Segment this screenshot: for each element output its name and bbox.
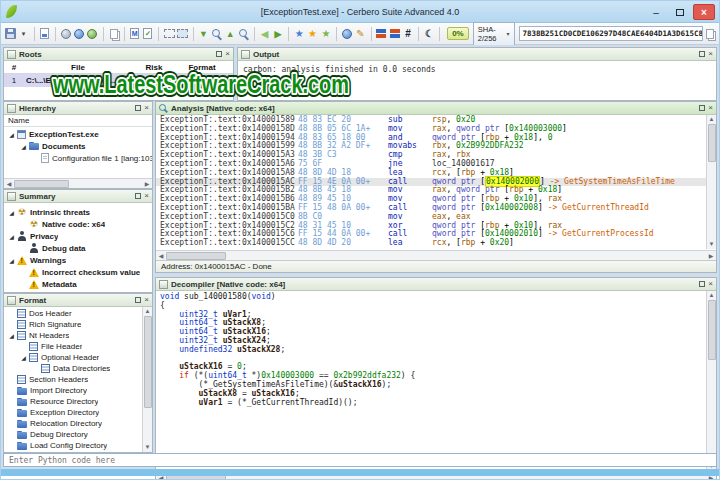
copy-hash-button[interactable] — [704, 25, 716, 42]
save-menu-arrow-icon[interactable]: ▾ — [17, 25, 29, 42]
roots-column-header[interactable]: File — [24, 63, 132, 72]
format-vscrollbar[interactable]: ▲ ▼ — [142, 307, 152, 452]
nav-up-icon[interactable]: ▲ — [224, 25, 236, 42]
search-prev-icon[interactable] — [237, 25, 249, 42]
roots-column-header[interactable]: # — [4, 63, 24, 72]
disassembly-row[interactable]: ExceptionT:.text:0x1400015CC48 8D 4D 20l… — [156, 239, 706, 248]
python-code-input[interactable] — [4, 454, 716, 466]
format-item[interactable]: Relocation Directory — [4, 418, 142, 429]
history-back-icon[interactable]: ◀ — [259, 25, 271, 42]
edit-pencil-icon[interactable]: ✎ — [354, 25, 366, 42]
format-item[interactable]: Import Directory — [4, 385, 142, 396]
scroll-thumb[interactable] — [166, 252, 226, 260]
format-item[interactable]: Data Directories — [4, 363, 142, 374]
roots-table-header[interactable]: #FileRiskFormat — [4, 61, 233, 74]
scroll-up-icon[interactable]: ▲ — [145, 307, 151, 316]
rescan-icon[interactable] — [86, 25, 98, 42]
history-forward-icon[interactable]: ▶ — [272, 25, 284, 42]
format-item[interactable]: Debug Directory — [4, 429, 142, 440]
format-item[interactable]: ◢Nt Headers — [4, 330, 142, 341]
hierarchy-item[interactable]: ◢ExceptionTest.exe — [4, 128, 152, 140]
maximize-button[interactable] — [669, 4, 691, 20]
scroll-thumb[interactable] — [708, 124, 716, 162]
roots-column-header[interactable]: Risk — [132, 63, 176, 72]
analysis-hscrollbar[interactable]: ◀ ▶ — [156, 250, 716, 260]
decompiler-code-line[interactable]: undefined32 uStackX28; — [160, 346, 706, 355]
scan-icon[interactable] — [60, 25, 72, 42]
select-block-icon[interactable] — [176, 25, 188, 42]
analysis-float-button[interactable] — [699, 105, 705, 111]
scroll-down-icon[interactable]: ▼ — [709, 240, 715, 249]
format-close-button[interactable]: × — [144, 296, 149, 304]
format-item[interactable]: Dos Header — [4, 308, 142, 319]
roots-close-button[interactable]: × — [225, 50, 230, 58]
tree-expander-icon[interactable]: ◢ — [7, 332, 16, 339]
scroll-left-icon[interactable]: ◀ — [156, 252, 166, 259]
bookmark-green-star-icon[interactable]: ★ — [320, 25, 332, 42]
bookmark-blue-star-icon[interactable]: ★ — [293, 25, 305, 42]
search-icon[interactable] — [211, 25, 223, 42]
bookmark-orange-star-icon[interactable]: ★ — [306, 25, 318, 42]
tree-expander-icon[interactable]: ◢ — [19, 354, 28, 361]
apply-changes-icon[interactable]: ✓ — [142, 25, 154, 42]
format-item[interactable]: Resource Directory — [4, 396, 142, 407]
summary-item[interactable]: ◢Warnings — [4, 254, 152, 266]
nav-down-icon[interactable]: ▼ — [197, 25, 209, 42]
decompiler-float-button[interactable] — [699, 281, 705, 287]
tree-expander-icon[interactable]: ◢ — [7, 131, 16, 138]
offset-hash-icon[interactable]: # — [402, 25, 414, 42]
scroll-down-icon[interactable]: ▼ — [145, 443, 151, 452]
summary-float-button[interactable] — [135, 193, 141, 199]
decompiler-vscrollbar[interactable]: ▲ ▼ — [706, 291, 716, 471]
summary-item[interactable]: ◢Privacy — [4, 230, 152, 242]
format-item[interactable]: Load Config Directory — [4, 440, 142, 451]
notes-icon[interactable]: M — [128, 25, 140, 42]
hash-algo-select[interactable]: SHA-2/256▾ — [473, 22, 515, 46]
format-item[interactable]: Exception Directory — [4, 407, 142, 418]
scroll-left-icon[interactable]: ◀ — [4, 180, 14, 187]
decompiler-close-button[interactable]: × — [708, 280, 713, 288]
scroll-right-icon[interactable]: ▶ — [142, 180, 152, 187]
roots-column-header[interactable]: Format — [176, 63, 228, 72]
hierarchy-hscrollbar[interactable]: ◀ ▶ — [4, 178, 152, 188]
hierarchy-item[interactable]: Configuration file 1 [lang:1033] — [4, 152, 152, 164]
format-item[interactable]: ◢Optional Header — [4, 352, 142, 363]
format-float-button[interactable] — [135, 297, 141, 303]
scan-file-icon[interactable] — [73, 25, 85, 42]
hash-value-field[interactable]: 7838B251CD0CDE106297D48CAE6404D1A3D615C8… — [519, 26, 703, 41]
hierarchy-item[interactable]: ◢Documents — [4, 140, 152, 152]
format-item[interactable]: File Header — [4, 341, 142, 352]
save-icon[interactable] — [4, 25, 16, 42]
summary-item[interactable]: ☢Native code: x64 — [4, 218, 152, 230]
tree-expander-icon[interactable]: ◢ — [7, 233, 16, 240]
summary-close-button[interactable]: × — [144, 192, 149, 200]
summary-item[interactable]: Metadata — [4, 278, 152, 290]
layout-orange-icon[interactable] — [389, 25, 401, 42]
hierarchy-close-button[interactable]: × — [144, 104, 149, 112]
hierarchy-column-header[interactable]: Name — [4, 115, 152, 127]
summary-item[interactable]: Incorrect checksum value — [4, 266, 152, 278]
scroll-thumb[interactable] — [14, 180, 69, 188]
decompiler-code-line[interactable]: void sub_140001580(void) — [160, 293, 706, 302]
layout-blue-icon[interactable] — [375, 25, 387, 42]
decompiler-code-line[interactable]: uVar1 = (*_GetCurrentThreadId)(); — [160, 399, 706, 408]
summary-item[interactable]: ◢☢Intrinsic threats — [4, 206, 152, 218]
tree-expander-icon[interactable]: ◢ — [19, 143, 28, 150]
scroll-up-icon[interactable]: ▲ — [709, 291, 715, 300]
scroll-thumb[interactable] — [708, 300, 716, 360]
output-close-button[interactable]: × — [708, 50, 713, 58]
close-button[interactable]: × — [693, 4, 715, 20]
hierarchy-float-button[interactable] — [135, 105, 141, 111]
night-mode-icon[interactable]: ☾ — [423, 25, 435, 42]
roots-float-button[interactable] — [216, 51, 222, 57]
summary-item[interactable]: Debug data — [4, 242, 152, 254]
format-item[interactable]: Section Headers — [4, 374, 142, 385]
scroll-up-icon[interactable]: ▲ — [709, 115, 715, 124]
format-item[interactable]: Rich Signature — [4, 319, 142, 330]
analysis-close-button[interactable]: × — [708, 104, 713, 112]
output-float-button[interactable] — [699, 51, 705, 57]
tree-expander-icon[interactable]: ◢ — [7, 257, 16, 264]
report-icon[interactable] — [38, 25, 50, 42]
tree-expander-icon[interactable]: ◢ — [7, 209, 16, 216]
select-range-icon[interactable] — [163, 25, 175, 42]
